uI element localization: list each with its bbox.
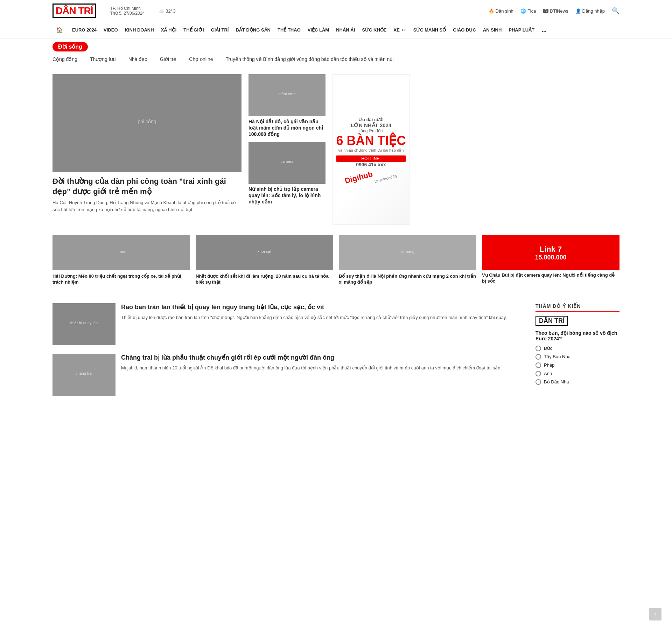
dtinews-link[interactable]: D DTiNews (543, 8, 568, 14)
nav-batdongsan[interactable]: BẤT ĐỘNG SẢN (232, 26, 274, 34)
logo-text1: DÂN (56, 5, 76, 16)
subnav-truyenthong[interactable]: Truyền thông về Bình đẳng giới vùng đồng… (219, 55, 400, 63)
center-title-2[interactable]: Nữ sinh bị chủ trọ lắp camera quay lén: … (248, 186, 326, 205)
bottom-article-grid: mèo Hải Dương: Mèo 80 triệu chết ngạt tr… (0, 232, 672, 292)
city-label: TP. Hồ Chí Minh (110, 6, 145, 11)
main-content-area: phi công Đời thường của dàn phi công toà… (0, 67, 672, 232)
bottom-title-3[interactable]: Bổ suy thận ở Hà Nội phản ứng nhanh cứu … (339, 273, 476, 285)
nav-nhanai[interactable]: NHÂN ÁI (332, 26, 358, 34)
subnav-thuongluu[interactable]: Thượng lưu (84, 55, 122, 63)
login-label: Đăng nhập (582, 8, 605, 14)
bottom-title-4[interactable]: Vụ Châu Bùi bị đặt camera quay lén: Ngườ… (482, 272, 620, 284)
user-icon: 👤 (575, 8, 581, 14)
nav-xe[interactable]: XE ++ (390, 26, 410, 34)
poll-question: Theo bạn, đội bóng nào sẽ vô địch Euro 2… (536, 330, 620, 341)
ad-hotline: 0906 41x xxx (336, 162, 406, 167)
nav-thegioi[interactable]: THẾ GIỚI (180, 26, 207, 34)
ad-box[interactable]: Ưu đãi cưới LỚN NHẤT 2024 tặng lên đến 6… (332, 74, 410, 225)
bottom-title-2[interactable]: Nhặt được khối sắt khi đi làm ruộng, 20 … (196, 273, 333, 285)
poll-option-2[interactable]: Tây Ban Nha (536, 354, 620, 360)
lower-image-2: chàng trai (52, 354, 115, 396)
bottom-item-3: xi măng Bổ suy thận ở Hà Nội phản ứng nh… (339, 235, 476, 285)
poll-radio-2[interactable] (536, 354, 541, 360)
lower-article-2: chàng trai Chàng trai bị lừa phẫu thuật … (52, 354, 525, 396)
center-article-2: camera Nữ sinh bị chủ trọ lắp camera qua… (248, 142, 326, 205)
poll-option-label-2: Tây Ban Nha (544, 354, 570, 359)
cloud-icon: ☁️ (159, 8, 164, 14)
nav-giaoduc[interactable]: GIÁO DỤC (449, 26, 479, 34)
nav-suckhoe[interactable]: SỨC KHỎE (358, 26, 390, 34)
subnav-congdong[interactable]: Cộng đồng (52, 55, 84, 63)
link7-box[interactable]: Link 7 15.000.000 (482, 235, 620, 270)
bottom-image-2: khối sắt (196, 235, 333, 270)
poll-options: Đức Tây Ban Nha Pháp Anh Bồ Đào Nha (536, 346, 620, 385)
featured-title[interactable]: Đời thường của dàn phi công toàn "trai x… (52, 176, 241, 196)
bottom-item-1: mèo Hải Dương: Mèo 80 triệu chết ngạt tr… (52, 235, 190, 285)
home-nav-link[interactable]: 🏠 (52, 25, 69, 35)
nav-xahoi[interactable]: XÃ HỘI (158, 26, 180, 34)
featured-image: phi công (52, 74, 241, 172)
logo-text2: TRÍ (78, 5, 93, 16)
poll-radio-1[interactable] (536, 346, 541, 351)
nav-phapluat[interactable]: PHÁP LUẬT (505, 26, 538, 34)
poll-option-3[interactable]: Pháp (536, 362, 620, 368)
temperature: 32°C (166, 8, 176, 14)
dan-sinh-label: Dân sinh (496, 8, 513, 14)
fica-link[interactable]: 🌐 Fica (520, 8, 536, 14)
lower-title-2[interactable]: Chàng trai bị lừa phẫu thuật chuyển giới… (121, 354, 502, 362)
poll-option-label-1: Đức (544, 346, 552, 351)
poll-radio-3[interactable] (536, 362, 541, 368)
main-navigation: 🏠 EURO 2024 VIDEO KINH DOANH XÃ HỘI THẾ … (0, 22, 672, 39)
subnav-gioitre[interactable]: Giới trẻ (154, 55, 183, 63)
nav-kinhdoanh[interactable]: KINH DOANH (121, 26, 158, 34)
nav-euro2024[interactable]: EURO 2024 (69, 26, 100, 34)
nav-sucmanhso[interactable]: SỨC MẠNH SỐ (410, 26, 450, 34)
nav-vieclam[interactable]: VIỆC LÀM (304, 26, 332, 34)
bottom-title-1[interactable]: Hải Dương: Mèo 80 triệu chết ngạt trong … (52, 273, 190, 285)
section-divider (52, 296, 620, 296)
svg-text:thiết bị quay lén: thiết bị quay lén (70, 321, 98, 325)
nav-video[interactable]: VIDEO (100, 26, 121, 34)
poll-option-1[interactable]: Đức (536, 346, 620, 351)
ad-content: Ưu đãi cưới LỚN NHẤT 2024 tặng lên đến 6… (336, 117, 406, 182)
ad-text4: và nhiều chương trình ưu đãi hấp dẫn (336, 148, 406, 153)
svg-text:phi công: phi công (138, 119, 156, 124)
nav-giaiari[interactable]: GIẢI TRÍ (208, 26, 232, 34)
right-advertisement: Ưu đãi cưới LỚN NHẤT 2024 tặng lên đến 6… (332, 74, 410, 225)
date-label: Thứ 5, 27/06/2024 (110, 11, 145, 16)
nav-thethao[interactable]: THỂ THAO (274, 26, 304, 34)
top-right-nav: 🔥 Dân sinh 🌐 Fica D DTiNews 👤 Đăng nhập … (489, 7, 620, 15)
lower-desc-2: Mujahid, nam thanh niên 20 tuổi người Ấn… (121, 365, 502, 372)
subnav-choonline[interactable]: Chợ online (183, 55, 219, 63)
poll-option-5[interactable]: Bồ Đào Nha (536, 379, 620, 385)
center-article-1: mâm cơm Hà Nội đắt đỏ, cô gái vẫn nấu lo… (248, 74, 326, 138)
ad-developed-by: Developed by (374, 173, 398, 183)
svg-text:mâm cơm: mâm cơm (278, 92, 295, 96)
lower-content-area: thiết bị quay lén Rao bán tràn lan thiết… (0, 300, 672, 403)
bottom-image-3: xi măng (339, 235, 476, 270)
center-title-1[interactable]: Hà Nội đắt đỏ, cô gái vẫn nấu loạt mâm c… (248, 118, 326, 138)
sub-navigation: Cộng đồng Thượng lưu Nhà đẹp Giới trẻ Ch… (0, 51, 672, 67)
featured-desc: Hà Còi, Huỳnh Trung Dũng, Hồ Trang Nhung… (52, 199, 241, 213)
subnav-nhadep[interactable]: Nhà đẹp (122, 55, 154, 63)
poll-option-4[interactable]: Anh (536, 371, 620, 376)
lower-title-1[interactable]: Rao bán tràn lan thiết bị quay lén nguy … (121, 303, 507, 311)
ad-text3: tặng lên đến (336, 129, 406, 133)
home-icon: 🏠 (56, 27, 63, 33)
ad-text2: LỚN NHẤT 2024 (336, 122, 406, 129)
section-tag: Đời sống (52, 42, 88, 51)
nav-more[interactable]: ... (538, 25, 550, 35)
dan-sinh-link[interactable]: 🔥 Dân sinh (489, 8, 513, 14)
poll-option-label-3: Pháp (544, 362, 554, 368)
bottom-item-4: Link 7 15.000.000 Vụ Châu Bùi bị đặt cam… (482, 235, 620, 285)
ad-text1: Ưu đãi cưới (336, 117, 406, 122)
poll-radio-5[interactable] (536, 379, 541, 385)
site-logo[interactable]: DÂN TRÍ (52, 4, 96, 18)
nav-ansinh[interactable]: AN SINH (479, 26, 505, 34)
login-link[interactable]: 👤 Đăng nhập (575, 8, 605, 14)
search-link[interactable]: 🔍 (612, 7, 620, 15)
poll-radio-4[interactable] (536, 371, 541, 376)
lower-article-text-2: Chàng trai bị lừa phẫu thuật chuyển giới… (121, 354, 502, 396)
globe-icon: 🌐 (520, 8, 526, 14)
svg-text:camera: camera (281, 159, 294, 164)
